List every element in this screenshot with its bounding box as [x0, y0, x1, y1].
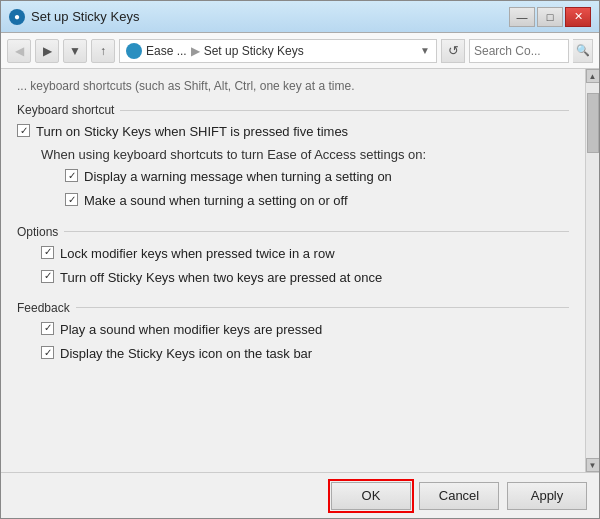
- address-bar: ◀ ▶ ▼ ↑ Ease ... ▶ Set up Sticky Keys ▼ …: [1, 33, 599, 69]
- ok-button[interactable]: OK: [331, 482, 411, 510]
- title-bar: ● Set up Sticky Keys — □ ✕: [1, 1, 599, 33]
- turn-on-sticky-checkbox[interactable]: [17, 124, 30, 137]
- maximize-button[interactable]: □: [537, 7, 563, 27]
- cancel-button[interactable]: Cancel: [419, 482, 499, 510]
- options-label: Options: [17, 225, 58, 239]
- title-bar-left: ● Set up Sticky Keys: [9, 9, 139, 25]
- path-ease-label: Ease ...: [146, 44, 187, 58]
- make-sound-row: Make a sound when turning a setting on o…: [17, 192, 569, 210]
- options-header: Options: [17, 225, 569, 239]
- keyboard-shortcut-label: Keyboard shortcut: [17, 103, 114, 117]
- lock-modifier-row: Lock modifier keys when pressed twice in…: [17, 245, 569, 263]
- close-button[interactable]: ✕: [565, 7, 591, 27]
- scroll-thumb[interactable]: [587, 93, 599, 153]
- play-sound-row: Play a sound when modifier keys are pres…: [17, 321, 569, 339]
- address-path[interactable]: Ease ... ▶ Set up Sticky Keys ▼: [119, 39, 437, 63]
- display-warning-row: Display a warning message when turning a…: [17, 168, 569, 186]
- scrollbar: ▲ ▼: [585, 69, 599, 472]
- main-window: ● Set up Sticky Keys — □ ✕ ◀ ▶ ▼ ↑ Ease …: [0, 0, 600, 519]
- turn-on-sticky-label: Turn on Sticky Keys when SHIFT is presse…: [36, 123, 348, 141]
- scroll-down-arrow[interactable]: ▼: [586, 458, 600, 472]
- button-bar: OK Cancel Apply: [1, 472, 599, 518]
- keyboard-shortcut-section: Keyboard shortcut Turn on Sticky Keys wh…: [17, 103, 569, 211]
- make-sound-label: Make a sound when turning a setting on o…: [84, 192, 348, 210]
- play-sound-checkbox[interactable]: [41, 322, 54, 335]
- lock-modifier-checkbox[interactable]: [41, 246, 54, 259]
- apply-button[interactable]: Apply: [507, 482, 587, 510]
- play-sound-label: Play a sound when modifier keys are pres…: [60, 321, 322, 339]
- make-sound-checkbox[interactable]: [65, 193, 78, 206]
- turn-off-sticky-row: Turn off Sticky Keys when two keys are p…: [17, 269, 569, 287]
- window-title: Set up Sticky Keys: [31, 9, 139, 24]
- display-icon-checkbox[interactable]: [41, 346, 54, 359]
- options-section: Options Lock modifier keys when pressed …: [17, 225, 569, 287]
- forward-button[interactable]: ▶: [35, 39, 59, 63]
- path-dropdown-icon[interactable]: ▼: [420, 45, 430, 56]
- minimize-button[interactable]: —: [509, 7, 535, 27]
- lock-modifier-label: Lock modifier keys when pressed twice in…: [60, 245, 335, 263]
- main-area: ... keyboard shortcuts (such as Shift, A…: [1, 69, 599, 472]
- display-warning-label: Display a warning message when turning a…: [84, 168, 392, 186]
- display-icon-label: Display the Sticky Keys icon on the task…: [60, 345, 312, 363]
- content-area: ... keyboard shortcuts (such as Shift, A…: [1, 69, 585, 472]
- turn-on-sticky-row: Turn on Sticky Keys when SHIFT is presse…: [17, 123, 569, 141]
- feedback-section: Feedback Play a sound when modifier keys…: [17, 301, 569, 363]
- path-separator-icon: ▶: [191, 44, 200, 58]
- turn-off-sticky-label: Turn off Sticky Keys when two keys are p…: [60, 269, 382, 287]
- path-current-label: Set up Sticky Keys: [204, 44, 304, 58]
- feedback-header: Feedback: [17, 301, 569, 315]
- window-icon: ●: [9, 9, 25, 25]
- display-warning-checkbox[interactable]: [65, 169, 78, 182]
- back-button[interactable]: ◀: [7, 39, 31, 63]
- search-input[interactable]: [469, 39, 569, 63]
- scroll-up-arrow[interactable]: ▲: [586, 69, 600, 83]
- keyboard-shortcut-header: Keyboard shortcut: [17, 103, 569, 117]
- dropdown-button[interactable]: ▼: [63, 39, 87, 63]
- scroll-track[interactable]: [586, 83, 599, 458]
- hint-text: ... keyboard shortcuts (such as Shift, A…: [17, 79, 569, 93]
- display-icon-row: Display the Sticky Keys icon on the task…: [17, 345, 569, 363]
- sub-note: When using keyboard shortcuts to turn Ea…: [17, 147, 569, 162]
- search-icon[interactable]: 🔍: [573, 39, 593, 63]
- refresh-button[interactable]: ↺: [441, 39, 465, 63]
- feedback-label: Feedback: [17, 301, 70, 315]
- turn-off-sticky-checkbox[interactable]: [41, 270, 54, 283]
- globe-icon: [126, 43, 142, 59]
- up-button[interactable]: ↑: [91, 39, 115, 63]
- window-controls: — □ ✕: [509, 7, 591, 27]
